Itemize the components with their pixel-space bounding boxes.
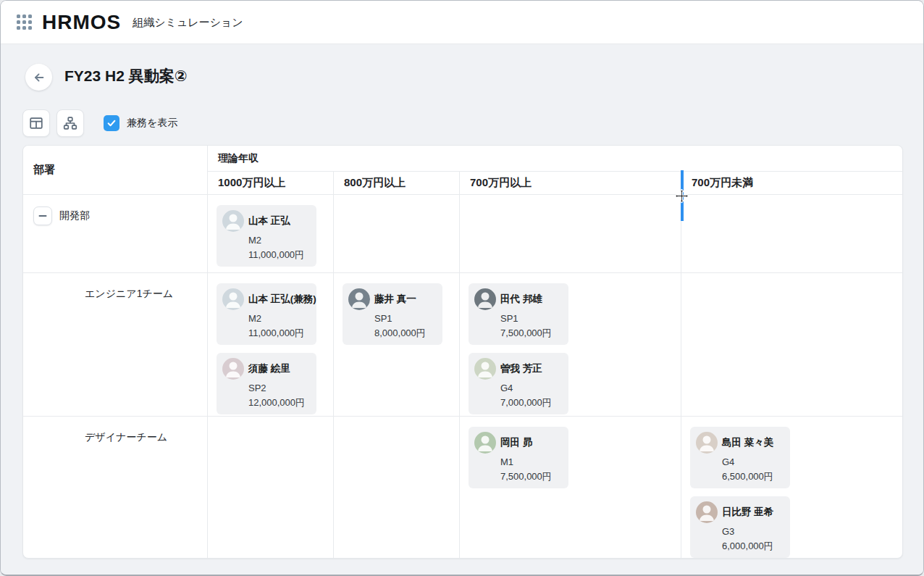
person-silhouette-icon <box>474 432 496 454</box>
team-label: エンジニア1チーム <box>85 288 173 299</box>
person-name: 田代 邦雄 <box>500 293 542 306</box>
content-area: FY23 H2 異動案② 兼務を表示 部署 理論年収 1000万円以上 800万… <box>1 44 923 576</box>
back-button[interactable] <box>25 64 52 91</box>
person-name: 須藤 絵里 <box>248 362 290 375</box>
salary-band-cell: 山本 正弘(兼務) M2 11,000,000円 須藤 絵里 SP2 12,00… <box>208 273 334 417</box>
salary-band-cell: 藤井 真一 SP1 8,000,000円 <box>334 273 460 417</box>
person-silhouette-icon <box>696 501 718 523</box>
person-name: 藤井 真一 <box>374 293 416 306</box>
person-silhouette-icon <box>222 358 244 380</box>
org-chart-view-button[interactable] <box>56 109 84 137</box>
person-card[interactable]: 曽我 芳正 G4 7,000,000円 <box>469 353 568 414</box>
person-name: 日比野 亜希 <box>722 506 773 519</box>
person-grade: G4 <box>722 456 786 468</box>
avatar <box>474 358 496 380</box>
person-grade: M1 <box>500 456 564 468</box>
person-salary: 6,000,000円 <box>722 540 786 552</box>
person-card[interactable]: 田代 邦雄 SP1 7,500,000円 <box>469 283 568 345</box>
minus-icon <box>38 211 48 221</box>
person-card[interactable]: 山本 正弘 M2 11,000,000円 <box>217 205 316 267</box>
avatar <box>696 432 718 454</box>
page-title: FY23 H2 異動案② <box>64 66 188 86</box>
person-silhouette-icon <box>474 288 496 310</box>
move-cursor-icon <box>674 188 689 204</box>
person-silhouette-icon <box>348 288 370 310</box>
person-card[interactable]: 日比野 亜希 G3 6,000,000円 <box>690 496 790 558</box>
person-name: 山本 正弘 <box>248 214 290 228</box>
salary-band-cell: 山本 正弘 M2 11,000,000円 <box>208 195 334 273</box>
salary-band-cell <box>334 417 460 558</box>
person-salary: 8,000,000円 <box>374 327 438 339</box>
salary-band-cell <box>208 417 334 558</box>
avatar <box>348 288 370 310</box>
team-cell: デザイナーチーム <box>23 417 208 558</box>
column-group-header-salary: 理論年収 <box>208 146 902 172</box>
person-grade: M2 <box>248 312 312 325</box>
person-name: 岡田 昴 <box>500 436 532 449</box>
person-salary: 12,000,000円 <box>248 396 312 409</box>
person-grade: SP1 <box>500 312 564 325</box>
show-concurrent-label[interactable]: 兼務を表示 <box>127 117 177 130</box>
toolbar: 兼務を表示 <box>22 109 177 137</box>
column-header-under-7m: 700万円未満 <box>681 172 902 195</box>
collapse-button[interactable] <box>33 206 52 225</box>
person-silhouette-icon <box>696 432 718 454</box>
salary-band-cell: 島田 菜々美 G4 6,500,000円 日比野 亜希 G3 6,000,000… <box>681 417 902 558</box>
org-table: 部署 理論年収 1000万円以上 800万円以上 700万円以上 700万円未満… <box>22 145 903 559</box>
avatar <box>222 358 244 380</box>
person-name: 曽我 芳正 <box>500 362 542 375</box>
app-title: 組織シミュレーション <box>133 14 243 30</box>
person-grade: SP1 <box>374 312 438 325</box>
person-card[interactable]: 山本 正弘(兼務) M2 11,000,000円 <box>217 283 316 345</box>
column-header-over-10m: 1000万円以上 <box>208 172 334 195</box>
person-grade: G3 <box>722 525 786 538</box>
person-name: 山本 正弘(兼務) <box>248 293 316 306</box>
department-label: 開発部 <box>59 209 90 222</box>
person-name: 島田 菜々美 <box>722 436 773 449</box>
person-salary: 7,500,000円 <box>500 470 564 483</box>
arrow-left-icon <box>32 70 46 85</box>
avatar <box>222 210 244 232</box>
table-view-button[interactable] <box>22 109 50 137</box>
check-icon <box>106 118 117 128</box>
hrmos-logo: HRMOS <box>42 11 121 34</box>
avatar <box>696 501 718 523</box>
salary-band-cell <box>681 273 902 417</box>
apps-grid-icon[interactable] <box>17 14 32 30</box>
person-salary: 7,000,000円 <box>500 396 564 409</box>
salary-band-cell <box>334 195 460 273</box>
topbar: HRMOS 組織シミュレーション <box>1 1 923 44</box>
salary-band-cell <box>460 195 681 273</box>
person-silhouette-icon <box>222 288 244 310</box>
person-salary: 7,500,000円 <box>500 327 564 339</box>
person-silhouette-icon <box>222 210 244 232</box>
person-salary: 11,000,000円 <box>248 327 312 339</box>
team-cell: エンジニア1チーム <box>23 273 208 417</box>
person-card[interactable]: 藤井 真一 SP1 8,000,000円 <box>343 283 442 345</box>
show-concurrent-checkbox[interactable] <box>104 115 119 131</box>
avatar <box>222 288 244 310</box>
salary-band-cell: 岡田 昴 M1 7,500,000円 <box>460 417 681 558</box>
avatar <box>474 432 496 454</box>
person-card[interactable]: 岡田 昴 M1 7,500,000円 <box>469 427 568 488</box>
salary-band-cell <box>681 195 902 273</box>
team-label: デザイナーチーム <box>85 431 167 443</box>
table-view-icon <box>28 115 44 131</box>
person-salary: 6,500,000円 <box>722 470 786 483</box>
column-header-over-7m: 700万円以上 <box>460 172 681 195</box>
person-silhouette-icon <box>474 358 496 380</box>
org-chart-icon <box>62 115 78 131</box>
person-salary: 11,000,000円 <box>248 249 312 261</box>
column-header-over-8m: 800万円以上 <box>334 172 460 195</box>
salary-band-cell: 田代 邦雄 SP1 7,500,000円 曽我 芳正 G4 7,000,000円 <box>460 273 681 417</box>
person-grade: M2 <box>248 234 312 246</box>
avatar <box>474 288 496 310</box>
app-window: HRMOS 組織シミュレーション FY23 H2 異動案② 兼務を表示 部署 理… <box>0 0 924 576</box>
person-card[interactable]: 島田 菜々美 G4 6,500,000円 <box>690 427 790 488</box>
column-header-department: 部署 <box>23 146 208 195</box>
person-card[interactable]: 須藤 絵里 SP2 12,000,000円 <box>217 353 316 414</box>
column-resize-indicator[interactable] <box>681 170 684 221</box>
department-cell: 開発部 <box>23 195 208 273</box>
person-grade: G4 <box>500 382 564 394</box>
person-grade: SP2 <box>248 382 312 394</box>
